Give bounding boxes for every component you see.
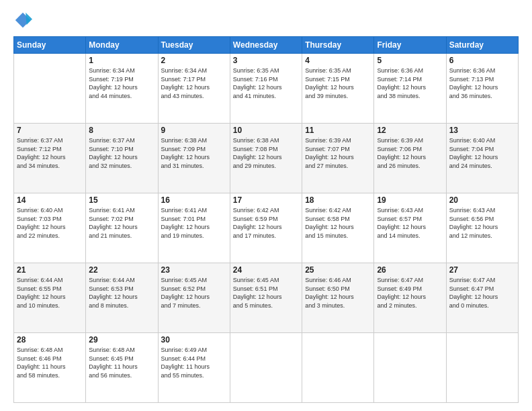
calendar-week-row: 28Sunrise: 6:48 AM Sunset: 6:46 PM Dayli… (14, 333, 519, 403)
calendar-cell: 22Sunrise: 6:44 AM Sunset: 6:53 PM Dayli… (86, 263, 158, 333)
day-info: Sunrise: 6:44 AM Sunset: 6:53 PM Dayligh… (89, 276, 154, 310)
weekday-header-tuesday: Tuesday (158, 37, 230, 54)
day-number: 5 (377, 56, 443, 65)
calendar-cell: 5Sunrise: 6:36 AM Sunset: 7:14 PM Daylig… (374, 54, 446, 124)
day-info: Sunrise: 6:35 AM Sunset: 7:15 PM Dayligh… (305, 66, 371, 100)
logo-icon (13, 11, 32, 30)
calendar-cell: 12Sunrise: 6:39 AM Sunset: 7:06 PM Dayli… (374, 124, 446, 193)
day-info: Sunrise: 6:42 AM Sunset: 6:59 PM Dayligh… (233, 206, 299, 240)
day-info: Sunrise: 6:44 AM Sunset: 6:55 PM Dayligh… (17, 276, 83, 310)
day-number: 26 (377, 265, 443, 275)
weekday-header-wednesday: Wednesday (230, 37, 302, 54)
calendar-cell: 27Sunrise: 6:47 AM Sunset: 6:47 PM Dayli… (446, 263, 518, 333)
day-info: Sunrise: 6:43 AM Sunset: 6:56 PM Dayligh… (449, 206, 515, 240)
day-info: Sunrise: 6:34 AM Sunset: 7:17 PM Dayligh… (161, 66, 227, 100)
calendar-body: 1Sunrise: 6:34 AM Sunset: 7:19 PM Daylig… (14, 54, 519, 403)
day-info: Sunrise: 6:42 AM Sunset: 6:58 PM Dayligh… (305, 206, 371, 240)
day-info: Sunrise: 6:48 AM Sunset: 6:46 PM Dayligh… (17, 346, 83, 379)
calendar-cell: 24Sunrise: 6:45 AM Sunset: 6:51 PM Dayli… (230, 263, 302, 333)
day-number: 15 (89, 195, 154, 205)
day-info: Sunrise: 6:41 AM Sunset: 7:01 PM Dayligh… (161, 206, 227, 240)
day-number: 21 (17, 265, 83, 275)
day-info: Sunrise: 6:38 AM Sunset: 7:09 PM Dayligh… (161, 136, 227, 170)
day-number: 9 (161, 126, 227, 135)
calendar-cell: 1Sunrise: 6:34 AM Sunset: 7:19 PM Daylig… (86, 54, 158, 124)
day-number: 8 (89, 126, 154, 135)
day-info: Sunrise: 6:45 AM Sunset: 6:51 PM Dayligh… (233, 276, 299, 310)
calendar-cell (446, 333, 518, 403)
calendar-cell: 16Sunrise: 6:41 AM Sunset: 7:01 PM Dayli… (158, 193, 230, 263)
day-info: Sunrise: 6:45 AM Sunset: 6:52 PM Dayligh… (161, 276, 227, 310)
calendar-cell: 13Sunrise: 6:40 AM Sunset: 7:04 PM Dayli… (446, 124, 518, 193)
day-number: 11 (305, 126, 371, 135)
day-info: Sunrise: 6:37 AM Sunset: 7:12 PM Dayligh… (17, 136, 83, 170)
calendar-cell: 11Sunrise: 6:39 AM Sunset: 7:07 PM Dayli… (302, 124, 374, 193)
weekday-header-monday: Monday (86, 37, 158, 54)
day-info: Sunrise: 6:38 AM Sunset: 7:08 PM Dayligh… (233, 136, 299, 170)
day-number: 29 (89, 335, 154, 345)
calendar-cell (302, 333, 374, 403)
day-number: 16 (161, 195, 227, 205)
calendar-cell: 25Sunrise: 6:46 AM Sunset: 6:50 PM Dayli… (302, 263, 374, 333)
day-info: Sunrise: 6:41 AM Sunset: 7:02 PM Dayligh… (89, 206, 154, 240)
calendar-cell: 9Sunrise: 6:38 AM Sunset: 7:09 PM Daylig… (158, 124, 230, 193)
weekday-header-thursday: Thursday (302, 37, 374, 54)
day-number: 13 (449, 126, 515, 135)
day-number: 4 (305, 56, 371, 65)
header (13, 11, 519, 30)
calendar-cell: 18Sunrise: 6:42 AM Sunset: 6:58 PM Dayli… (302, 193, 374, 263)
calendar-cell (374, 333, 446, 403)
calendar-cell: 26Sunrise: 6:47 AM Sunset: 6:49 PM Dayli… (374, 263, 446, 333)
calendar-week-row: 1Sunrise: 6:34 AM Sunset: 7:19 PM Daylig… (14, 54, 519, 124)
day-number: 24 (233, 265, 299, 275)
day-info: Sunrise: 6:36 AM Sunset: 7:14 PM Dayligh… (377, 66, 443, 100)
day-number: 25 (305, 265, 371, 275)
day-info: Sunrise: 6:40 AM Sunset: 7:04 PM Dayligh… (449, 136, 515, 170)
calendar-cell: 28Sunrise: 6:48 AM Sunset: 6:46 PM Dayli… (14, 333, 86, 403)
svg-marker-1 (26, 13, 32, 25)
page: SundayMondayTuesdayWednesdayThursdayFrid… (0, 0, 532, 411)
calendar-cell: 29Sunrise: 6:48 AM Sunset: 6:45 PM Dayli… (86, 333, 158, 403)
calendar-cell (230, 333, 302, 403)
day-info: Sunrise: 6:34 AM Sunset: 7:19 PM Dayligh… (89, 66, 154, 100)
day-number: 20 (449, 195, 515, 205)
day-info: Sunrise: 6:47 AM Sunset: 6:49 PM Dayligh… (377, 276, 443, 310)
weekday-header-friday: Friday (374, 37, 446, 54)
day-info: Sunrise: 6:46 AM Sunset: 6:50 PM Dayligh… (305, 276, 371, 310)
day-info: Sunrise: 6:39 AM Sunset: 7:06 PM Dayligh… (377, 136, 443, 170)
day-number: 28 (17, 335, 83, 345)
calendar-cell: 20Sunrise: 6:43 AM Sunset: 6:56 PM Dayli… (446, 193, 518, 263)
day-info: Sunrise: 6:40 AM Sunset: 7:03 PM Dayligh… (17, 206, 83, 240)
calendar-cell (14, 54, 86, 124)
day-number: 17 (233, 195, 299, 205)
calendar-week-row: 14Sunrise: 6:40 AM Sunset: 7:03 PM Dayli… (14, 193, 519, 263)
day-info: Sunrise: 6:43 AM Sunset: 6:57 PM Dayligh… (377, 206, 443, 240)
calendar-cell: 14Sunrise: 6:40 AM Sunset: 7:03 PM Dayli… (14, 193, 86, 263)
day-number: 22 (89, 265, 154, 275)
weekday-header-saturday: Saturday (446, 37, 518, 54)
day-number: 7 (17, 126, 83, 135)
day-info: Sunrise: 6:47 AM Sunset: 6:47 PM Dayligh… (449, 276, 515, 310)
calendar-cell: 17Sunrise: 6:42 AM Sunset: 6:59 PM Dayli… (230, 193, 302, 263)
calendar-cell: 4Sunrise: 6:35 AM Sunset: 7:15 PM Daylig… (302, 54, 374, 124)
calendar-cell: 23Sunrise: 6:45 AM Sunset: 6:52 PM Dayli… (158, 263, 230, 333)
calendar-cell: 7Sunrise: 6:37 AM Sunset: 7:12 PM Daylig… (14, 124, 86, 193)
logo (13, 11, 35, 30)
day-info: Sunrise: 6:39 AM Sunset: 7:07 PM Dayligh… (305, 136, 371, 170)
day-number: 18 (305, 195, 371, 205)
day-number: 12 (377, 126, 443, 135)
calendar-cell: 19Sunrise: 6:43 AM Sunset: 6:57 PM Dayli… (374, 193, 446, 263)
calendar-cell: 21Sunrise: 6:44 AM Sunset: 6:55 PM Dayli… (14, 263, 86, 333)
day-info: Sunrise: 6:35 AM Sunset: 7:16 PM Dayligh… (233, 66, 299, 100)
calendar-cell: 6Sunrise: 6:36 AM Sunset: 7:13 PM Daylig… (446, 54, 518, 124)
calendar-week-row: 7Sunrise: 6:37 AM Sunset: 7:12 PM Daylig… (14, 124, 519, 193)
calendar-cell: 8Sunrise: 6:37 AM Sunset: 7:10 PM Daylig… (86, 124, 158, 193)
calendar-header: SundayMondayTuesdayWednesdayThursdayFrid… (14, 37, 519, 54)
calendar-cell: 15Sunrise: 6:41 AM Sunset: 7:02 PM Dayli… (86, 193, 158, 263)
day-number: 1 (89, 56, 154, 65)
day-number: 2 (161, 56, 227, 65)
calendar-cell: 30Sunrise: 6:49 AM Sunset: 6:44 PM Dayli… (158, 333, 230, 403)
day-number: 30 (161, 335, 227, 345)
day-number: 23 (161, 265, 227, 275)
calendar-table: SundayMondayTuesdayWednesdayThursdayFrid… (13, 36, 519, 403)
